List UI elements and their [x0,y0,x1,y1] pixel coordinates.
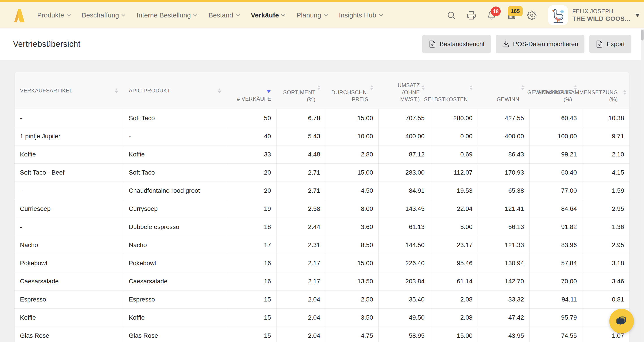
sales-table-card: VERKAUFSARTIKEL APIC-PRODUKT # VERKÄUFE … [14,72,630,342]
table-cell: 3.18 [582,254,630,272]
th-gewinn[interactable]: GEWINN [478,72,530,109]
table-cell: 5.43 [276,127,326,145]
table-cell: 77.00 [530,182,582,200]
th-gewinnzusammensetzung[interactable]: GEWINNZUSAMMENSETZUNG (%) [582,72,630,109]
table-cell: 94.11 [530,291,582,309]
page-title: Vertriebsübersicht [13,39,80,49]
table-cell: 15.00 [430,327,478,342]
table-cell: 2.71 [276,164,326,182]
chevron-down-icon [66,12,70,16]
header-actions: Bestandsbericht POS-Daten importieren Ex… [422,35,631,53]
th-selbstkosten[interactable]: SELBSTKOSTEN [430,72,478,109]
print-button[interactable] [466,10,476,20]
export-button[interactable]: Export [589,35,631,53]
th-apic-produkt[interactable]: APIC-PRODUKT [124,72,226,109]
nav-item-bestand[interactable]: Bestand [208,11,239,19]
orders-badge: 165 [508,6,523,16]
table-cell: 9.71 [582,127,630,145]
pos-daten-importieren-button[interactable]: POS-Daten importieren [496,35,584,53]
nav-item-produkte[interactable]: Produkte [37,11,70,19]
chevron-down-icon [324,12,328,16]
nav-item-beschaffung[interactable]: Beschaffung [82,11,125,19]
excel-file-icon [428,40,436,48]
table-body: -Soft Taco506.7815.00707.55280.00427.556… [14,109,630,342]
search-button[interactable] [446,10,456,20]
table-cell: 143.45 [379,200,430,218]
nav-item-interne-bestellung[interactable]: Interne Bestellung [136,11,197,19]
download-icon [502,40,510,48]
sort-icon [370,85,373,90]
table-cell: 15 [226,309,276,327]
table-cell: 40 [226,127,276,145]
chevron-down-icon [379,12,383,16]
table-row: 1 pintje Jupiler-405.4310.00400.000.0040… [14,127,630,145]
navbar-actions: 18 165 [446,5,640,25]
table-cell: - [14,182,124,200]
column-label: GEWINN [497,96,519,103]
th-verkaeufe[interactable]: # VERKÄUFE [226,72,276,109]
table-cell: 142.70 [478,272,530,290]
nav-item-planung[interactable]: Planung [296,11,327,19]
nav-item-insights-hub[interactable]: Insights Hub [339,11,382,19]
settings-button[interactable] [527,10,537,20]
column-label: DURCHSCHN. PREIS [332,89,368,103]
table-row: CurriesoepCurrysoep192.588.00143.4522.04… [14,200,630,218]
table-cell: 4.75 [326,327,379,342]
table-cell: 2.10 [582,145,630,163]
notifications-button[interactable]: 18 [486,10,497,20]
pos-orders-button[interactable]: 165 [506,10,517,20]
table-row: KoffieKoffie334.482.8087.120.6986.4399.2… [14,145,630,163]
sort-icon [115,88,118,93]
table-cell: 2.95 [582,236,630,254]
table-cell: - [14,109,124,127]
table-cell: 112.07 [430,164,478,182]
sort-icon [218,88,221,93]
table-cell: 20 [226,182,276,200]
table-cell: 4.48 [276,145,326,163]
table-cell: 2.44 [276,218,326,236]
chevron-down-icon [193,12,197,16]
table-row: EspressoEspresso152.042.5035.402.0833.32… [14,290,630,309]
user-menu[interactable]: FELIX JOSEPH THE WILD GOOS... [548,5,640,25]
table-cell: 4.50 [326,182,379,200]
table-cell: Caesarsalade [14,272,124,290]
chat-widget-button[interactable] [609,309,634,334]
th-verkaufsartikel[interactable]: VERKAUFSARTIKEL [14,72,124,109]
column-label: SELBSTKOSTEN [424,96,468,103]
table-cell: 13.50 [326,272,379,290]
table-cell: 15.00 [326,109,379,127]
table-cell: 33 [226,145,276,163]
sort-icon [422,85,425,90]
table-cell: 130.94 [478,254,530,272]
table-cell: 84.64 [530,200,582,218]
table-cell: 707.55 [379,109,430,127]
table-cell: 8.00 [326,200,379,218]
table-cell: 74.55 [530,327,582,342]
th-sortiment[interactable]: SORTIMENT (%) [276,72,326,109]
table-cell: 61.13 [379,218,430,236]
table-cell: 100.00 [530,127,582,145]
table-cell: Dubbele espresso [124,218,226,236]
nav-label: Produkte [37,11,64,19]
table-cell: Pokebowl [124,254,226,272]
column-label: VERKAUFSARTIKEL [20,87,72,94]
bestandsbericht-button[interactable]: Bestandsbericht [422,35,491,53]
column-label: APIC-PRODUKT [129,87,170,94]
table-cell: 20 [226,164,276,182]
chat-bubble-icon [615,315,628,328]
table-cell: 16 [226,254,276,272]
app-logo[interactable] [12,7,26,23]
table-cell: 2.04 [276,327,326,342]
nav-label: Insights Hub [339,11,376,19]
th-durchschn-preis[interactable]: DURCHSCHN. PREIS [326,72,379,109]
button-label: Export [606,40,625,48]
nav-item-verkaeufe[interactable]: Verkäufe [251,11,285,19]
table-cell: Koffie [14,145,124,163]
caret-down-icon [635,14,640,17]
main-content: VERKAUFSARTIKEL APIC-PRODUKT # VERKÄUFE … [0,60,644,342]
column-label: # VERKÄUFE [237,95,271,102]
th-umsatz[interactable]: UMSATZ (OHNE MWST.) [379,72,430,109]
table-row: Glas RoseGlas Rose152.044.7558.9515.0043… [14,327,630,342]
scrollbar-thumb[interactable] [641,30,644,40]
nav-label: Bestand [208,11,233,19]
